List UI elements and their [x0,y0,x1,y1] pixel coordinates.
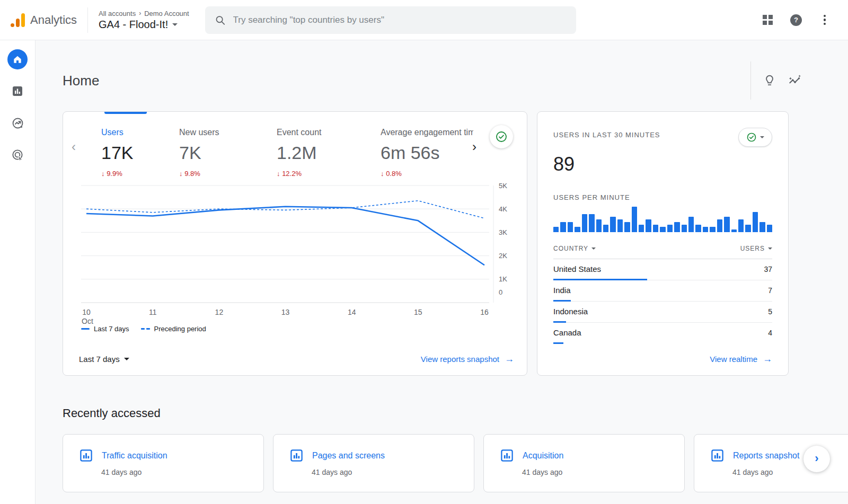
minute-bar [688,217,694,232]
chart-legend: Last 7 days Preceding period [81,325,206,333]
country-name: Canada [553,328,581,337]
search-icon [215,14,226,26]
recent-card-acquisition[interactable]: Acquisition41 days ago [483,434,685,492]
recent-card-pages-and-screens[interactable]: Pages and screens41 days ago [273,434,474,492]
solid-line-swatch [81,328,90,330]
recent-card-title: Pages and screens [312,451,385,461]
top-header: Analytics All accounts › Demo Account GA… [0,0,848,40]
data-quality-badge[interactable] [490,125,513,148]
recent-card-title: Acquisition [523,451,563,461]
chevron-down-icon [172,23,178,26]
minute-bar [553,227,559,232]
minute-bar [624,222,630,232]
property-selector[interactable]: GA4 - Flood-It! [99,19,189,31]
chevron-right-icon: › [815,452,818,465]
breadcrumb-chevron-icon: › [139,10,141,17]
recent-card-subtitle: 41 days ago [522,468,684,476]
help-icon[interactable]: ? [790,14,802,26]
realtime-title: USERS IN LAST 30 MINUTES [553,131,660,139]
advertising-icon [11,148,24,162]
realtime-status-pill[interactable] [738,128,772,147]
recently-accessed-title: Recently accessed [63,406,848,420]
header-divider [87,7,88,33]
metric-tab-average-engagement-time[interactable]: Average engagement time6m 56s↓ 0.8% [381,128,473,178]
check-circle-icon [495,130,508,143]
country-bar [553,342,563,344]
breadcrumb: All accounts › Demo Account [99,10,189,17]
product-name: Analytics [30,13,77,27]
svg-text:14: 14 [348,308,356,316]
minute-bar [738,219,744,232]
svg-text:2K: 2K [499,252,507,260]
dashed-line-swatch [141,328,150,330]
metric-tab-users[interactable]: Users17K↓ 9.9% [101,128,134,178]
metric-value: 17K [101,143,134,163]
arrow-down-icon: ↓ [101,170,105,178]
date-range-selector[interactable]: Last 7 days [79,355,129,364]
metric-tab-event-count[interactable]: Event count1.2M↓ 12.2% [277,128,322,178]
recent-card-subtitle: 41 days ago [312,468,474,476]
minute-bar [653,225,658,232]
country-name: India [553,286,571,295]
chevron-down-icon [760,136,764,138]
recent-card-traffic-acquisition[interactable]: Traffic acquisition41 days ago [63,434,264,492]
country-row: India7 [553,280,772,302]
check-circle-icon [746,132,757,143]
svg-text:3K: 3K [499,228,507,236]
auto-insights-icon[interactable] [787,74,803,87]
recent-card-title: Reports snapshot [733,451,799,461]
minute-bar [759,222,765,232]
search-input[interactable] [233,15,567,25]
scroll-right-button[interactable]: › [803,446,830,472]
view-realtime-link[interactable]: View realtime → [710,353,772,365]
main-content: Home ‹ Users17K↓ 9.9%New users7K↓ [36,40,848,504]
minute-bar [560,222,566,232]
minute-bar [632,207,637,232]
minute-bar [589,214,594,232]
realtime-country-table: COUNTRY USERS United States37India7Indon… [553,245,772,343]
minute-bar [731,229,737,232]
minute-bar [695,225,701,232]
country-column-header[interactable]: COUNTRY [553,245,596,252]
metric-carousel-scrollbar[interactable] [104,112,147,114]
more-menu-icon[interactable] [818,14,831,26]
metric-label: Average engagement time [381,128,473,137]
minute-bar [724,217,729,232]
sidebar-item-explore[interactable] [0,107,36,139]
insights-lightbulb-icon[interactable] [763,74,776,87]
users-column-header[interactable]: USERS [740,245,772,252]
metrics-next-chevron-icon[interactable]: › [472,140,476,153]
metric-delta: ↓ 0.8% [381,170,473,178]
metric-value: 6m 56s [381,143,473,163]
sidebar-item-home[interactable] [0,43,36,75]
bar-chart-icon [289,448,304,463]
metric-tab-new-users[interactable]: New users7K↓ 9.8% [179,128,219,178]
org-grid-icon[interactable] [761,14,774,26]
svg-text:1K: 1K [499,275,507,283]
minute-bar [674,222,679,232]
metric-label: Event count [277,128,322,137]
minute-bar [710,227,715,232]
search-bar[interactable] [205,6,576,34]
view-reports-snapshot-link[interactable]: View reports snapshot → [421,353,514,365]
page-title: Home [63,73,99,89]
minute-bar [667,225,673,232]
sort-chevron-icon [591,247,596,250]
metric-value: 1.2M [277,143,322,163]
country-users: 7 [768,286,772,295]
breadcrumb-account: Demo Account [144,10,189,17]
sidebar-item-reports[interactable] [0,75,36,107]
ga4-app: Analytics All accounts › Demo Account GA… [0,0,848,504]
country-row: United States37 [553,259,772,280]
svg-text:11: 11 [149,308,157,316]
svg-text:12: 12 [215,308,224,316]
chevron-down-icon [124,358,129,360]
sidebar-item-advertising[interactable] [0,139,36,171]
minute-bar [767,225,772,232]
metric-value: 7K [179,143,219,163]
minute-bar [603,225,608,232]
users-per-minute-label: USERS PER MINUTE [553,193,772,201]
minute-bar [717,219,722,232]
recent-card-title: Traffic acquisition [102,451,167,461]
arrow-down-icon: ↓ [381,170,384,178]
